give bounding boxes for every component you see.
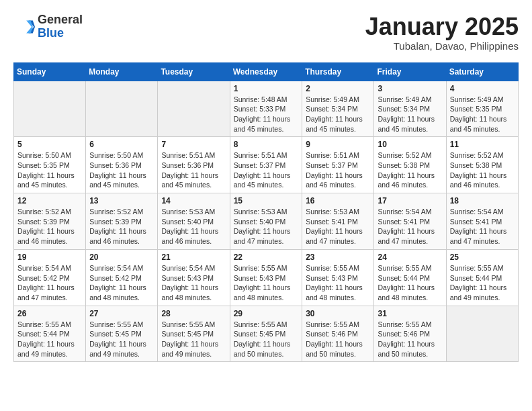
day-number: 14: [161, 196, 226, 205]
calendar-cell: 28Sunrise: 5:55 AMSunset: 5:45 PMDayligh…: [158, 306, 230, 362]
day-number: 8: [234, 140, 299, 149]
day-number: 7: [161, 140, 226, 149]
day-info: Sunrise: 5:50 AMSunset: 5:35 PMDaylight:…: [17, 150, 82, 190]
day-number: 6: [89, 140, 154, 149]
day-number: 26: [17, 309, 82, 318]
calendar-cell: [14, 81, 86, 137]
day-info: Sunrise: 5:55 AMSunset: 5:45 PMDaylight:…: [234, 320, 299, 359]
weekday-header-tuesday: Tuesday: [158, 62, 230, 81]
calendar-body: 1Sunrise: 5:48 AMSunset: 5:33 PMDaylight…: [14, 81, 519, 362]
logo-general-text: General: [38, 13, 83, 27]
day-info: Sunrise: 5:54 AMSunset: 5:41 PMDaylight:…: [450, 207, 515, 246]
day-info: Sunrise: 5:51 AMSunset: 5:37 PMDaylight:…: [306, 150, 370, 190]
day-info: Sunrise: 5:55 AMSunset: 5:44 PMDaylight:…: [450, 263, 515, 303]
day-number: 1: [234, 84, 299, 93]
day-number: 3: [378, 84, 442, 93]
day-info: Sunrise: 5:55 AMSunset: 5:44 PMDaylight:…: [378, 263, 442, 303]
day-info: Sunrise: 5:55 AMSunset: 5:43 PMDaylight:…: [306, 263, 370, 303]
calendar-cell: 4Sunrise: 5:49 AMSunset: 5:35 PMDaylight…: [446, 81, 518, 137]
calendar-cell: 23Sunrise: 5:55 AMSunset: 5:43 PMDayligh…: [302, 249, 374, 306]
weekday-header-friday: Friday: [374, 62, 446, 81]
day-number: 11: [450, 140, 515, 149]
day-number: 25: [450, 253, 515, 262]
day-info: Sunrise: 5:54 AMSunset: 5:42 PMDaylight:…: [17, 263, 82, 303]
calendar-table: SundayMondayTuesdayWednesdayThursdayFrid…: [13, 62, 519, 363]
day-info: Sunrise: 5:55 AMSunset: 5:45 PMDaylight:…: [161, 320, 226, 359]
calendar-cell: 30Sunrise: 5:55 AMSunset: 5:46 PMDayligh…: [302, 306, 374, 362]
calendar-cell: 8Sunrise: 5:51 AMSunset: 5:37 PMDaylight…: [230, 137, 302, 193]
calendar-cell: 27Sunrise: 5:55 AMSunset: 5:45 PMDayligh…: [86, 306, 158, 362]
calendar-cell: [86, 81, 158, 137]
day-number: 28: [161, 309, 226, 318]
day-info: Sunrise: 5:52 AMSunset: 5:39 PMDaylight:…: [89, 207, 154, 246]
calendar-cell: 13Sunrise: 5:52 AMSunset: 5:39 PMDayligh…: [86, 193, 158, 250]
week-row-4: 26Sunrise: 5:55 AMSunset: 5:44 PMDayligh…: [14, 306, 519, 362]
calendar-cell: 6Sunrise: 5:50 AMSunset: 5:36 PMDaylight…: [86, 137, 158, 193]
weekday-header-saturday: Saturday: [446, 62, 518, 81]
calendar-cell: 29Sunrise: 5:55 AMSunset: 5:45 PMDayligh…: [230, 306, 302, 362]
calendar-header: SundayMondayTuesdayWednesdayThursdayFrid…: [14, 62, 519, 81]
weekday-row: SundayMondayTuesdayWednesdayThursdayFrid…: [14, 62, 519, 81]
calendar-cell: 18Sunrise: 5:54 AMSunset: 5:41 PMDayligh…: [446, 193, 518, 250]
day-number: 22: [234, 253, 299, 262]
day-number: 21: [161, 253, 226, 262]
day-info: Sunrise: 5:52 AMSunset: 5:39 PMDaylight:…: [17, 207, 82, 246]
day-number: 10: [378, 140, 442, 149]
calendar-cell: 3Sunrise: 5:49 AMSunset: 5:34 PMDaylight…: [374, 81, 446, 137]
calendar-cell: 14Sunrise: 5:53 AMSunset: 5:40 PMDayligh…: [158, 193, 230, 250]
calendar-cell: 22Sunrise: 5:55 AMSunset: 5:43 PMDayligh…: [230, 249, 302, 306]
day-number: 4: [450, 84, 515, 93]
calendar-cell: 15Sunrise: 5:53 AMSunset: 5:40 PMDayligh…: [230, 193, 302, 250]
page-header: General Blue January 2025 Tubalan, Davao…: [13, 13, 519, 52]
logo-icon: [13, 16, 35, 38]
weekday-header-sunday: Sunday: [14, 62, 86, 81]
week-row-1: 5Sunrise: 5:50 AMSunset: 5:35 PMDaylight…: [14, 137, 519, 193]
day-number: 18: [450, 196, 515, 205]
weekday-header-wednesday: Wednesday: [230, 62, 302, 81]
day-info: Sunrise: 5:50 AMSunset: 5:36 PMDaylight:…: [89, 150, 154, 190]
day-number: 19: [17, 253, 82, 262]
calendar-cell: 20Sunrise: 5:54 AMSunset: 5:42 PMDayligh…: [86, 249, 158, 306]
calendar-cell: 10Sunrise: 5:52 AMSunset: 5:38 PMDayligh…: [374, 137, 446, 193]
day-info: Sunrise: 5:49 AMSunset: 5:35 PMDaylight:…: [450, 95, 515, 134]
calendar-cell: 25Sunrise: 5:55 AMSunset: 5:44 PMDayligh…: [446, 249, 518, 306]
day-info: Sunrise: 5:55 AMSunset: 5:46 PMDaylight:…: [378, 320, 442, 359]
day-number: 5: [17, 140, 82, 149]
day-info: Sunrise: 5:53 AMSunset: 5:40 PMDaylight:…: [161, 207, 226, 246]
logo: General Blue: [13, 13, 83, 40]
calendar-cell: 19Sunrise: 5:54 AMSunset: 5:42 PMDayligh…: [14, 249, 86, 306]
day-info: Sunrise: 5:55 AMSunset: 5:44 PMDaylight:…: [17, 320, 82, 359]
weekday-header-thursday: Thursday: [302, 62, 374, 81]
calendar-cell: 7Sunrise: 5:51 AMSunset: 5:36 PMDaylight…: [158, 137, 230, 193]
day-info: Sunrise: 5:51 AMSunset: 5:36 PMDaylight:…: [161, 150, 226, 190]
day-info: Sunrise: 5:55 AMSunset: 5:43 PMDaylight:…: [234, 263, 299, 303]
day-number: 9: [306, 140, 370, 149]
calendar-cell: 11Sunrise: 5:52 AMSunset: 5:38 PMDayligh…: [446, 137, 518, 193]
day-number: 30: [306, 309, 370, 318]
day-info: Sunrise: 5:52 AMSunset: 5:38 PMDaylight:…: [450, 150, 515, 190]
day-number: 20: [89, 253, 154, 262]
day-number: 27: [89, 309, 154, 318]
day-number: 2: [306, 84, 370, 93]
day-info: Sunrise: 5:51 AMSunset: 5:37 PMDaylight:…: [234, 150, 299, 190]
day-info: Sunrise: 5:55 AMSunset: 5:46 PMDaylight:…: [306, 320, 370, 359]
day-info: Sunrise: 5:53 AMSunset: 5:41 PMDaylight:…: [306, 207, 370, 246]
day-number: 23: [306, 253, 370, 262]
month-title: January 2025: [365, 13, 519, 40]
calendar-cell: 26Sunrise: 5:55 AMSunset: 5:44 PMDayligh…: [14, 306, 86, 362]
day-info: Sunrise: 5:53 AMSunset: 5:40 PMDaylight:…: [234, 207, 299, 246]
calendar-cell: 1Sunrise: 5:48 AMSunset: 5:33 PMDaylight…: [230, 81, 302, 137]
calendar-cell: [158, 81, 230, 137]
day-number: 16: [306, 196, 370, 205]
day-number: 29: [234, 309, 299, 318]
calendar-cell: 17Sunrise: 5:54 AMSunset: 5:41 PMDayligh…: [374, 193, 446, 250]
calendar-cell: 21Sunrise: 5:54 AMSunset: 5:43 PMDayligh…: [158, 249, 230, 306]
week-row-0: 1Sunrise: 5:48 AMSunset: 5:33 PMDaylight…: [14, 81, 519, 137]
week-row-2: 12Sunrise: 5:52 AMSunset: 5:39 PMDayligh…: [14, 193, 519, 250]
day-info: Sunrise: 5:54 AMSunset: 5:41 PMDaylight:…: [378, 207, 442, 246]
day-info: Sunrise: 5:54 AMSunset: 5:42 PMDaylight:…: [89, 263, 154, 303]
calendar-cell: [446, 306, 518, 362]
day-info: Sunrise: 5:55 AMSunset: 5:45 PMDaylight:…: [89, 320, 154, 359]
day-info: Sunrise: 5:48 AMSunset: 5:33 PMDaylight:…: [234, 95, 299, 134]
calendar-cell: 31Sunrise: 5:55 AMSunset: 5:46 PMDayligh…: [374, 306, 446, 362]
